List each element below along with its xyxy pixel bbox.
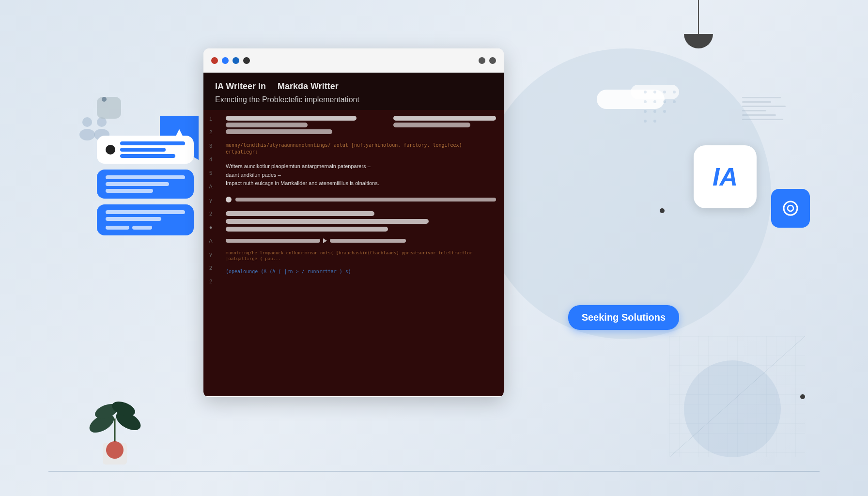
titlebar-dot-right-1[interactable] <box>479 57 485 64</box>
titlebar-dot-blue2[interactable] <box>232 57 239 64</box>
camera-icon <box>771 189 810 228</box>
bg-dot-2 <box>660 208 665 213</box>
titlebar-dot-right-2[interactable] <box>489 57 496 64</box>
chat-bubbles-left <box>97 136 194 235</box>
svg-point-4 <box>663 91 666 93</box>
bg-grid <box>669 336 805 457</box>
bottom-code-blue: (opealounge (Λ (Λ ( |rn > ∕ runnrrttar )… <box>226 269 496 274</box>
content-text: Writers auncikotlur plaoplemtun antargme… <box>226 162 496 188</box>
titlebar-dot-blue1[interactable] <box>222 57 229 64</box>
chat-bubble-blue-1 <box>97 170 194 199</box>
right-decorative-lines <box>742 97 786 120</box>
titlebar-dot-red[interactable] <box>211 57 218 64</box>
window-title-1: IA Writeer in <box>215 81 266 92</box>
plant-decoration <box>78 370 150 467</box>
ia-logo-badge: IA <box>694 145 757 208</box>
svg-point-17 <box>79 129 95 140</box>
chat-bubble-blue-2 <box>97 204 194 235</box>
svg-point-3 <box>653 91 656 93</box>
svg-point-2 <box>644 91 647 93</box>
bottom-code-line: munntring/he lrmpaouck cnlkoutmrean.onts… <box>226 250 496 262</box>
content-area: munny/lcndthis/atyraaunnunotnntings/ aot… <box>218 110 504 396</box>
svg-point-16 <box>97 117 107 127</box>
svg-point-27 <box>106 441 124 459</box>
svg-point-7 <box>653 100 656 103</box>
window-body: 1 2 3 4 5 Λ γ 2 ● Λ γ 2 2 <box>203 110 504 396</box>
speech-bubble-small <box>97 97 121 119</box>
svg-point-13 <box>644 120 647 123</box>
chat-bubble-white <box>97 136 194 164</box>
bottom-divider-line <box>48 471 820 472</box>
window-title-2: Markda Writter <box>278 81 339 92</box>
svg-point-12 <box>663 110 666 113</box>
svg-point-9 <box>673 100 676 103</box>
svg-point-20 <box>788 205 793 211</box>
dot-pattern <box>640 87 698 136</box>
line-numbers: 1 2 3 4 5 Λ γ 2 ● Λ γ 2 2 <box>203 110 218 396</box>
window-header: IA Writeer in Markda Writter Exmcting th… <box>203 73 504 110</box>
svg-point-11 <box>653 110 656 113</box>
ia-badge-text: IA <box>713 162 738 191</box>
svg-point-19 <box>784 202 797 215</box>
svg-point-5 <box>673 91 676 93</box>
svg-point-8 <box>663 100 666 103</box>
titlebar-dot-dark[interactable] <box>243 57 250 64</box>
window-subtitle: Exmcting the Problectefic implementation… <box>215 95 492 104</box>
window-titlebar <box>203 48 504 73</box>
code-line-1: munny/lcndthis/atyraaunnunotnntings/ aot… <box>226 142 496 155</box>
svg-point-10 <box>644 110 647 113</box>
main-window: IA Writeer in Markda Writter Exmcting th… <box>203 48 504 397</box>
seeking-solutions-button[interactable]: Seeking Solutions <box>568 305 679 330</box>
svg-point-6 <box>644 100 647 103</box>
svg-point-15 <box>82 117 92 127</box>
svg-point-14 <box>653 120 656 123</box>
lamp-decoration <box>684 0 713 48</box>
